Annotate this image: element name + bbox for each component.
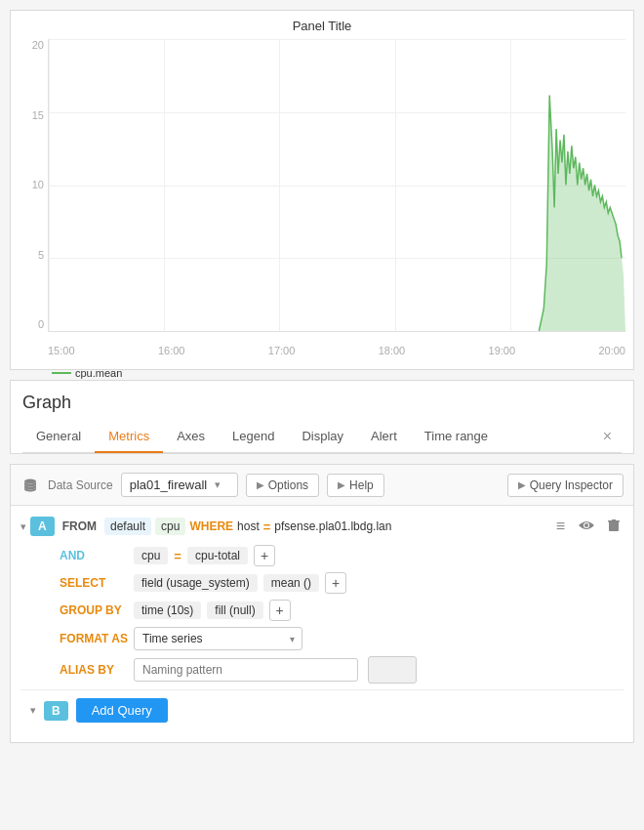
format-select[interactable]: Time seriesTableTime series aggregations — [134, 627, 302, 650]
format-select-wrapper: Time seriesTableTime series aggregations… — [134, 627, 302, 650]
format-row: FORMAT AS Time seriesTableTime series ag… — [60, 627, 624, 650]
query-letter-a[interactable]: A — [30, 517, 55, 536]
groupby-fill[interactable]: fill (null) — [207, 602, 262, 619]
options-tri: ▶ — [257, 479, 264, 490]
and-keyword: AND — [60, 549, 128, 562]
datasource-dropdown-arrow: ▾ — [215, 478, 221, 491]
datasource-value: pla01_firewall — [130, 477, 208, 492]
grid-h-bottom — [49, 331, 625, 332]
chart-plot — [48, 39, 625, 332]
tab-general[interactable]: General — [22, 421, 95, 453]
from-db[interactable]: default — [104, 518, 151, 535]
x-tick-1900: 19:00 — [489, 345, 516, 356]
legend-label: cpu.mean — [75, 367, 122, 379]
add-query-letter: B — [44, 701, 68, 721]
legend-area: cpu.mean — [52, 367, 122, 379]
datasource-row: Data Source pla01_firewall ▾ ▶ Options ▶… — [11, 465, 633, 506]
x-tick-1500: 15:00 — [48, 345, 75, 356]
tab-axes[interactable]: Axes — [163, 421, 219, 453]
query-chevron[interactable]: ▾ — [20, 520, 26, 533]
tab-alert[interactable]: Alert — [357, 421, 411, 453]
chart-svg — [49, 39, 625, 331]
x-tick-2000: 20:00 — [598, 345, 625, 356]
add-query-chevron[interactable]: ▾ — [30, 704, 36, 717]
tab-legend[interactable]: Legend — [219, 421, 288, 453]
graph-section: Graph General Metrics Axes Legend Displa… — [10, 380, 634, 454]
and-row: AND cpu = cpu-total + — [60, 545, 624, 566]
and-eq: = — [174, 549, 181, 563]
select-fn[interactable]: mean () — [263, 574, 319, 592]
groupby-plus-btn[interactable]: + — [269, 600, 291, 621]
groupby-keyword: GROUP BY — [60, 603, 128, 617]
alias-color-swatch[interactable] — [368, 656, 417, 684]
groupby-time[interactable]: time (10s) — [134, 602, 201, 619]
alias-row: ALIAS BY — [60, 656, 624, 684]
query-actions: ≡ — [552, 516, 624, 537]
and-field[interactable]: cpu — [134, 547, 168, 564]
datasource-label: Data Source — [48, 478, 113, 492]
query-inspector-label: Query Inspector — [530, 478, 613, 492]
help-label: Help — [349, 478, 374, 492]
query-inspector-tri: ▶ — [518, 479, 526, 490]
panel-container: Panel Title 0 5 10 15 20 — [10, 10, 634, 370]
and-val[interactable]: cpu-total — [187, 547, 248, 564]
eye-btn[interactable] — [575, 516, 598, 537]
select-field[interactable]: field (usage_system) — [134, 574, 258, 592]
help-btn[interactable]: ▶ Help — [327, 474, 384, 497]
query-sub-rows: AND cpu = cpu-total + SELECT field (usag… — [60, 545, 624, 684]
where-keyword: WHERE — [189, 519, 233, 533]
tabs-row: General Metrics Axes Legend Display Aler… — [22, 421, 622, 453]
y-tick-20: 20 — [19, 39, 48, 51]
tab-display[interactable]: Display — [288, 421, 357, 453]
format-keyword: FORMAT AS — [60, 632, 128, 645]
groupby-row: GROUP BY time (10s) fill (null) + — [60, 600, 624, 621]
from-table[interactable]: cpu — [155, 518, 185, 535]
close-panel-btn[interactable]: × — [593, 422, 622, 451]
query-body: ▾ A FROM default cpu WHERE host = pfsens… — [11, 506, 633, 742]
hamburger-btn[interactable]: ≡ — [552, 516, 569, 537]
svg-point-1 — [24, 478, 36, 483]
from-keyword: FROM — [59, 518, 101, 535]
query-section: Data Source pla01_firewall ▾ ▶ Options ▶… — [10, 464, 634, 743]
database-icon — [20, 476, 40, 495]
from-row: ▾ A FROM default cpu WHERE host = pfsens… — [20, 516, 624, 537]
chart-area: 0 5 10 15 20 — [19, 39, 625, 361]
y-tick-10: 10 — [19, 179, 48, 190]
select-keyword: SELECT — [60, 576, 128, 590]
panel-title: Panel Title — [19, 19, 625, 33]
alias-input[interactable] — [134, 658, 358, 682]
query-inspector-btn[interactable]: ▶ Query Inspector — [507, 474, 624, 497]
x-tick-1800: 18:00 — [379, 345, 406, 356]
y-tick-0: 0 — [19, 318, 48, 330]
add-query-btn[interactable]: Add Query — [76, 698, 168, 723]
datasource-select[interactable]: pla01_firewall ▾ — [121, 473, 238, 497]
select-row: SELECT field (usage_system) mean () + — [60, 572, 624, 594]
y-tick-15: 15 — [19, 109, 48, 121]
tab-time-range[interactable]: Time range — [411, 421, 502, 453]
add-query-row: ▾ B Add Query — [20, 689, 624, 732]
where-eq: = — [263, 519, 271, 534]
where-field[interactable]: host — [237, 519, 260, 533]
and-plus-btn[interactable]: + — [254, 545, 275, 566]
svg-rect-2 — [608, 520, 620, 522]
help-tri: ▶ — [338, 479, 345, 490]
y-axis: 0 5 10 15 20 — [19, 39, 48, 332]
delete-btn[interactable] — [604, 516, 624, 537]
x-axis: 15:00 16:00 17:00 18:00 19:00 20:00 — [48, 345, 625, 356]
tab-metrics[interactable]: Metrics — [95, 421, 163, 453]
options-btn[interactable]: ▶ Options — [246, 474, 319, 497]
select-plus-btn[interactable]: + — [325, 572, 346, 594]
legend-line — [52, 372, 71, 374]
alias-keyword: ALIAS BY — [60, 663, 128, 677]
x-tick-1700: 17:00 — [268, 345, 296, 356]
where-val[interactable]: pfsense.pla01.lbdg.lan — [274, 519, 391, 533]
options-label: Options — [268, 478, 308, 492]
y-tick-5: 5 — [19, 249, 48, 261]
x-tick-1600: 16:00 — [158, 345, 185, 356]
graph-label: Graph — [22, 393, 622, 413]
